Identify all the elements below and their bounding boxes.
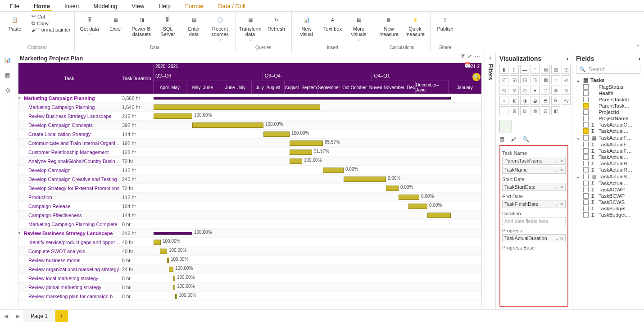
field-item[interactable]: ΣTaskBudget…: [576, 212, 640, 218]
gantt-bar[interactable]: [192, 122, 263, 128]
field-item[interactable]: ProjectId: [576, 109, 640, 115]
field-item[interactable]: ΣTaskActual…: [576, 128, 640, 134]
field-checkbox[interactable]: [583, 174, 589, 179]
viz-type-icon[interactable]: ◎: [562, 86, 571, 95]
report-view-button[interactable]: 📊: [4, 57, 11, 63]
well-remove-icon[interactable]: ⌄ ✕: [555, 159, 563, 163]
field-checkbox[interactable]: [583, 128, 589, 134]
well-parenttaskname[interactable]: ParentTaskName⌄ ✕: [502, 157, 566, 165]
field-item[interactable]: ProjectName: [576, 115, 640, 122]
viz-type-icon[interactable]: ⊠: [531, 106, 540, 115]
well-remove-icon[interactable]: ⌄ ✕: [555, 202, 563, 207]
gantt-row[interactable]: Review marketing plan for campaign budge…: [18, 292, 481, 301]
gantt-row[interactable]: Production112 hr0.00%: [18, 193, 481, 202]
menu-modeling[interactable]: Modeling: [92, 2, 119, 11]
analytics-tab-icon[interactable]: 🔍: [522, 136, 529, 142]
field-checkbox[interactable]: [583, 154, 589, 160]
field-checkbox[interactable]: [583, 109, 589, 115]
gantt-row[interactable]: Develop Campaign Concepts392 hr100.00%: [18, 121, 481, 130]
field-checkbox[interactable]: [583, 91, 589, 96]
viz-type-icon[interactable]: ◴: [562, 75, 571, 84]
gantt-row[interactable]: Marketing Campaign Planning Complete0 hr: [18, 220, 481, 229]
new-visual-button[interactable]: 📊New visual: [295, 14, 318, 37]
viz-type-icon[interactable]: ▥: [551, 65, 560, 74]
field-item[interactable]: ΣTaskActualF…: [576, 141, 640, 148]
data-view-button[interactable]: ▦: [5, 72, 10, 78]
get-data-button[interactable]: 🗄Get data⌄: [78, 14, 101, 36]
gantt-row[interactable]: Review Business Strategy Landscape216 hr…: [18, 229, 481, 238]
viz-type-icon[interactable]: Py: [562, 96, 571, 105]
menu-help[interactable]: Help: [157, 2, 172, 11]
field-item[interactable]: Health: [576, 90, 640, 96]
field-checkbox[interactable]: [583, 116, 589, 121]
field-item[interactable]: ⌄▦TaskActualF…: [576, 134, 640, 141]
field-item[interactable]: ΣTaskActualF…: [576, 148, 640, 154]
well-remove-icon[interactable]: ⌄ ✕: [555, 185, 563, 190]
field-checkbox[interactable]: [583, 103, 589, 109]
field-item[interactable]: ΣTaskACWP: [576, 186, 640, 193]
fields-table-tasks[interactable]: ⌄ ▦ Tasks: [576, 77, 640, 84]
gantt-row[interactable]: Develop Campaign112 hr0.00%: [18, 166, 481, 175]
more-options-icon[interactable]: ⋯: [475, 53, 480, 59]
gantt-row[interactable]: Review local marketing strategy8 hr100.0…: [18, 274, 481, 283]
gantt-col-duration[interactable]: TaskDuration: [120, 63, 154, 94]
viz-type-icon[interactable]: ◳: [531, 75, 540, 84]
viz-type-icon[interactable]: ◱: [510, 75, 519, 84]
field-checkbox[interactable]: [583, 122, 589, 127]
viz-type-icon[interactable]: ≡: [551, 75, 560, 84]
viz-type-icon[interactable]: ◲: [520, 75, 529, 84]
gantt-bar[interactable]: [263, 132, 290, 137]
well-remove-icon[interactable]: ⌄ ✕: [555, 168, 563, 172]
field-item[interactable]: ΣTaskActual…: [576, 180, 640, 186]
field-item[interactable]: ΣTaskBudget…: [576, 205, 640, 212]
gantt-bar[interactable]: [323, 168, 344, 173]
field-checkbox[interactable]: [583, 148, 589, 154]
viz-type-icon[interactable]: ◒: [531, 96, 540, 105]
viz-type-icon[interactable]: ▤: [541, 65, 550, 74]
menu-format[interactable]: Format: [183, 2, 205, 11]
gantt-bar[interactable]: [169, 267, 173, 272]
viz-type-icon[interactable]: ◵: [499, 86, 508, 95]
well-remove-icon[interactable]: ⌄ ✕: [555, 236, 563, 241]
gantt-bar[interactable]: [408, 204, 427, 209]
gantt-bar[interactable]: [290, 159, 302, 164]
gantt-bar[interactable]: [290, 141, 323, 146]
viz-type-icon[interactable]: ●: [531, 86, 540, 95]
viz-type-icon[interactable]: R: [551, 96, 560, 105]
gantt-row[interactable]: Review Business Strategy Landscape216 hr…: [18, 112, 481, 121]
field-checkbox[interactable]: [583, 97, 589, 102]
gantt-bar[interactable]: [154, 97, 451, 100]
well-progress[interactable]: TaskActualDuration⌄ ✕: [502, 234, 566, 242]
gantt-row[interactable]: Review global marketing strategy8 hr100.…: [18, 283, 481, 292]
well-enddate[interactable]: TaskFinishDate⌄ ✕: [502, 200, 566, 208]
field-item[interactable]: ΣTaskBCWS: [576, 199, 640, 205]
viz-type-icon[interactable]: ◰: [499, 75, 508, 84]
gantt-row[interactable]: Complete SWOT analysis40 hr100.00%: [18, 247, 481, 256]
gantt-bar[interactable]: [344, 177, 386, 182]
ribbon-collapse-button[interactable]: ⌃: [460, 12, 644, 52]
field-item[interactable]: ⌄▦TaskActualS…: [576, 173, 640, 180]
field-checkbox[interactable]: [583, 212, 589, 218]
viz-type-icon[interactable]: ▯: [510, 65, 519, 74]
chevron-right-icon[interactable]: ›: [638, 55, 640, 62]
format-tab-icon[interactable]: 🖌: [511, 136, 516, 142]
gantt-row[interactable]: Create Localization Strategy144 hr100.00…: [18, 130, 481, 139]
fields-tab-icon[interactable]: ▤: [499, 136, 504, 142]
gantt-row[interactable]: Campaign Effectiveness144 hr: [18, 211, 481, 220]
menu-home[interactable]: Home: [32, 2, 52, 11]
gantt-row[interactable]: Analyze Regional/Global/Country Business…: [18, 157, 481, 166]
field-checkbox[interactable]: [583, 167, 589, 172]
zoom-icon[interactable]: 🔍: [472, 73, 481, 81]
filters-pane-collapsed[interactable]: ‹ Filters: [485, 52, 495, 309]
field-checkbox[interactable]: [583, 135, 589, 141]
gantt-bar[interactable]: [154, 240, 161, 245]
copy-button[interactable]: ⧉Copy: [32, 20, 71, 26]
viz-type-icon[interactable]: ◷: [520, 86, 529, 95]
publish-button[interactable]: ⇪Publish: [434, 14, 457, 32]
field-item[interactable]: ΣTaskActualC…: [576, 122, 640, 128]
selected-custom-visual-icon[interactable]: [499, 120, 512, 132]
enter-data-button[interactable]: ▦Enter data: [183, 14, 205, 37]
menu-file[interactable]: File: [8, 2, 21, 11]
gantt-visual[interactable]: Task TaskDuration 📅 2020 -20212021-2 Q2–…: [18, 63, 482, 307]
field-item[interactable]: ΣTaskActualR…: [576, 160, 640, 167]
